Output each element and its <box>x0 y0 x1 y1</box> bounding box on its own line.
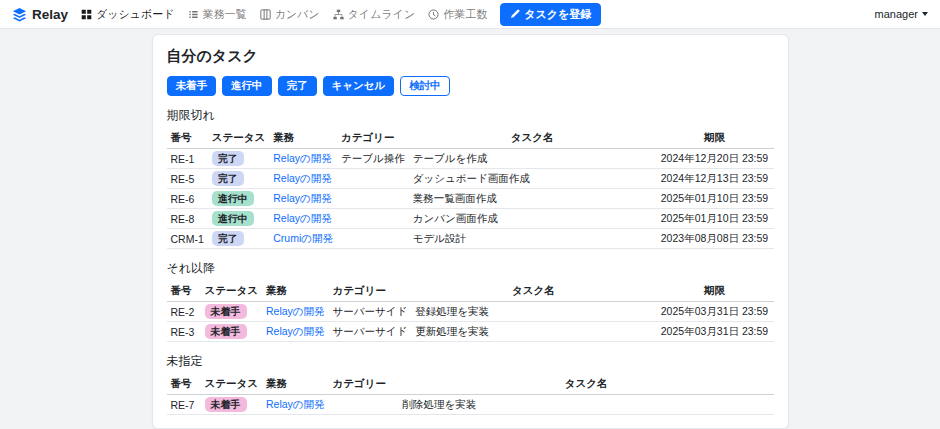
user-menu[interactable]: manager <box>875 8 928 20</box>
task-category <box>337 209 409 229</box>
col-header-number: 番号 <box>167 374 201 395</box>
filter-done[interactable]: 完了 <box>278 76 317 96</box>
task-status-cell: 完了 <box>208 169 269 189</box>
task-row: RE-6 進行中 Relayの開発 業務一覧画面作成 2025年01月10日 2… <box>167 189 774 209</box>
task-number: RE-2 <box>167 302 201 322</box>
task-name: 登録処理を実装 <box>411 302 655 322</box>
task-status-cell: 完了 <box>208 149 269 169</box>
nav-item-work-hours[interactable]: 作業工数 <box>428 7 487 22</box>
filter-cancelled[interactable]: キャンセル <box>323 76 395 96</box>
col-header-task: タスク名 <box>409 128 656 149</box>
col-header-business: 業務 <box>262 374 329 395</box>
task-business-cell: Relayの開発 <box>269 209 337 229</box>
col-header-task: タスク名 <box>399 374 774 395</box>
nav-item-timeline[interactable]: タイムライン <box>333 7 416 22</box>
my-tasks-card: 自分のタスク 未着手 進行中 完了 キャンセル 検討中 期限切れ 番号 ステータ… <box>152 34 789 429</box>
relay-logo-icon <box>12 7 27 22</box>
nav-item-label: 作業工数 <box>443 7 487 22</box>
task-number: CRM-1 <box>167 229 208 249</box>
section-heading: 期限切れ <box>167 107 774 124</box>
tasks-table-later: 番号 ステータス 業務 カテゴリー タスク名 期限 RE-2 未着手 Relay… <box>167 281 774 342</box>
clock-icon <box>428 9 439 20</box>
task-business-cell: Crumiの開発 <box>269 229 337 249</box>
task-deadline: 2024年12月13日 23:59 <box>656 169 774 189</box>
brand[interactable]: Relay <box>12 7 68 22</box>
register-task-label: タスクを登録 <box>524 7 591 22</box>
task-status-cell: 未着手 <box>201 302 262 322</box>
table-header-row: 番号 ステータス 業務 カテゴリー タスク名 <box>167 374 774 395</box>
task-row: RE-8 進行中 Relayの開発 カンバン画面作成 2025年01月10日 2… <box>167 209 774 229</box>
task-business-cell: Relayの開発 <box>269 189 337 209</box>
col-header-category: カテゴリー <box>329 374 399 395</box>
status-badge: 進行中 <box>212 191 254 206</box>
task-deadline: 2025年01月10日 23:59 <box>656 209 774 229</box>
task-category <box>337 189 409 209</box>
task-row: RE-5 完了 Relayの開発 ダッシュボード画面作成 2024年12月13日… <box>167 169 774 189</box>
task-row: RE-2 未着手 Relayの開発 サーバーサイド 登録処理を実装 2025年0… <box>167 302 774 322</box>
task-number: RE-5 <box>167 169 208 189</box>
col-header-deadline: 期限 <box>656 128 774 149</box>
business-link[interactable]: Relayの開発 <box>273 152 332 164</box>
col-header-task: タスク名 <box>411 281 655 302</box>
business-link[interactable]: Relayの開発 <box>273 212 332 224</box>
task-deadline: 2024年12月20日 23:59 <box>656 149 774 169</box>
timeline-icon <box>333 9 344 20</box>
col-header-category: カテゴリー <box>337 128 409 149</box>
business-link[interactable]: Relayの開発 <box>266 305 325 317</box>
nav-item-label: カンバン <box>275 7 320 22</box>
status-badge: 完了 <box>212 171 244 186</box>
section-heading: 未指定 <box>167 353 774 370</box>
business-link[interactable]: Relayの開発 <box>273 172 332 184</box>
task-name: 更新処理を実装 <box>411 322 655 342</box>
col-header-business: 業務 <box>262 281 329 302</box>
col-header-deadline: 期限 <box>656 281 774 302</box>
task-row: CRM-1 完了 Crumiの開発 モデル設計 2023年08月08日 23:5… <box>167 229 774 249</box>
pencil-icon <box>510 9 520 19</box>
task-status-cell: 進行中 <box>208 209 269 229</box>
filter-not-started[interactable]: 未着手 <box>167 76 217 96</box>
register-task-button[interactable]: タスクを登録 <box>500 3 601 26</box>
task-business-cell: Relayの開発 <box>262 395 329 415</box>
task-name: テーブルを作成 <box>409 149 656 169</box>
business-link[interactable]: Relayの開発 <box>266 325 325 337</box>
tasks-table-overdue: 番号 ステータス 業務 カテゴリー タスク名 期限 RE-1 完了 Relayの… <box>167 128 774 249</box>
col-header-status: ステータス <box>208 128 269 149</box>
business-link[interactable]: Relayの開発 <box>266 398 325 410</box>
section-overdue: 期限切れ 番号 ステータス 業務 カテゴリー タスク名 期限 RE-1 完了 R… <box>167 107 774 249</box>
task-number: RE-7 <box>167 395 201 415</box>
task-category <box>337 229 409 249</box>
filter-considering[interactable]: 検討中 <box>400 76 450 96</box>
task-row: RE-1 完了 Relayの開発 テーブル操作 テーブルを作成 2024年12月… <box>167 149 774 169</box>
dashboard-icon <box>81 9 92 20</box>
task-status-cell: 完了 <box>208 229 269 249</box>
business-link[interactable]: Relayの開発 <box>273 192 332 204</box>
task-row: RE-7 未着手 Relayの開発 削除処理を実装 <box>167 395 774 415</box>
status-badge: 未着手 <box>205 324 247 339</box>
caret-down-icon <box>922 12 928 16</box>
section-heading: それ以降 <box>167 260 774 277</box>
col-header-number: 番号 <box>167 128 208 149</box>
filter-in-progress[interactable]: 進行中 <box>222 76 272 96</box>
task-deadline: 2023年08月08日 23:59 <box>656 229 774 249</box>
task-name: モデル設計 <box>409 229 656 249</box>
task-number: RE-8 <box>167 209 208 229</box>
nav-item-business-list[interactable]: 業務一覧 <box>188 7 247 22</box>
business-link[interactable]: Crumiの開発 <box>273 232 333 244</box>
list-icon <box>188 9 199 20</box>
status-badge: 完了 <box>212 151 244 166</box>
task-name: ダッシュボード画面作成 <box>409 169 656 189</box>
nav-item-dashboard[interactable]: ダッシュボード <box>81 7 175 22</box>
task-deadline: 2025年03月31日 23:59 <box>656 302 774 322</box>
task-business-cell: Relayの開発 <box>262 322 329 342</box>
col-header-category: カテゴリー <box>329 281 412 302</box>
task-status-cell: 未着手 <box>201 322 262 342</box>
nav-item-kanban[interactable]: カンバン <box>260 7 320 22</box>
task-name: 削除処理を実装 <box>399 395 774 415</box>
task-deadline: 2025年03月31日 23:59 <box>656 322 774 342</box>
section-later: それ以降 番号 ステータス 業務 カテゴリー タスク名 期限 RE-2 未着手 … <box>167 260 774 342</box>
navbar: Relay ダッシュボード 業務一覧 カンバン タイムライン 作業工数 タスクを… <box>0 0 940 29</box>
task-business-cell: Relayの開発 <box>269 169 337 189</box>
status-badge: 完了 <box>212 231 244 246</box>
task-business-cell: Relayの開発 <box>269 149 337 169</box>
task-name: 業務一覧画面作成 <box>409 189 656 209</box>
